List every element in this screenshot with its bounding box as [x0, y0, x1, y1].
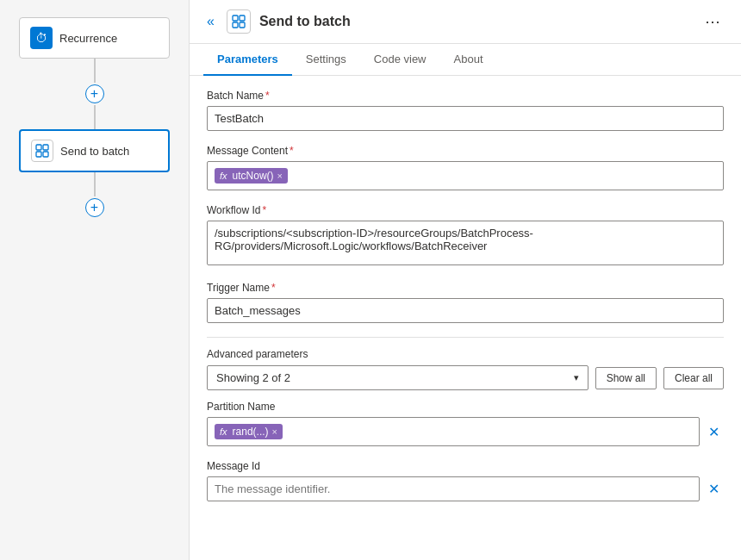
show-all-button[interactable]: Show all [595, 367, 657, 389]
tab-about[interactable]: About [440, 44, 497, 76]
advanced-parameters-dropdown[interactable]: Showing 2 of 2 ▾ [207, 365, 588, 390]
send-to-batch-node[interactable]: Send to batch [19, 129, 170, 172]
batch-name-input[interactable] [207, 106, 724, 131]
panel-header-icon [227, 9, 251, 34]
connector-2 [94, 105, 96, 129]
divider [207, 337, 724, 338]
batch-name-field-group: Batch Name* [207, 90, 724, 131]
collapse-button[interactable]: « [203, 10, 218, 33]
message-id-row: ✕ [207, 476, 724, 501]
partition-clear-button[interactable]: ✕ [703, 421, 724, 442]
workflow-canvas: ⏱ Recurrence + Send to batch + [0, 0, 190, 560]
rand-token-close[interactable]: × [272, 426, 277, 437]
message-id-input[interactable] [207, 476, 700, 501]
trigger-name-input[interactable] [207, 298, 724, 323]
message-content-field-group: Message Content* fx utcNow() × [207, 145, 724, 190]
tab-bar: Parameters Settings Code view About [190, 44, 741, 76]
message-content-input[interactable]: fx utcNow() × [207, 161, 724, 190]
svg-rect-2 [36, 152, 41, 157]
panel-content: Batch Name* Message Content* fx utcNow()… [190, 76, 741, 560]
recurrence-node[interactable]: ⏱ Recurrence [19, 17, 170, 59]
svg-rect-1 [43, 145, 48, 150]
message-id-label: Message Id [207, 460, 724, 472]
advanced-parameters-section: Advanced parameters Showing 2 of 2 ▾ Sho… [207, 348, 724, 390]
svg-rect-4 [233, 16, 238, 21]
token-close-button[interactable]: × [277, 171, 283, 181]
svg-rect-6 [233, 22, 238, 28]
recurrence-label: Recurrence [59, 32, 117, 45]
panel-header: « Send to batch ⋯ [190, 0, 741, 44]
dropdown-value: Showing 2 of 2 [216, 371, 290, 384]
advanced-parameters-label: Advanced parameters [207, 348, 724, 360]
partition-name-field-group: Partition Name fx rand(...) × ✕ [207, 401, 724, 446]
clear-all-button[interactable]: Clear all [663, 367, 724, 389]
batch-icon [31, 140, 53, 162]
panel-title: Send to batch [259, 14, 689, 29]
workflow-id-field-group: Workflow Id* [207, 204, 724, 268]
fx-icon-2: fx [220, 426, 227, 437]
workflow-id-input[interactable] [207, 221, 724, 265]
send-to-batch-label: Send to batch [60, 145, 129, 158]
more-options-button[interactable]: ⋯ [698, 9, 727, 34]
fx-icon: fx [220, 171, 227, 181]
detail-panel: « Send to batch ⋯ Parameters Settings Co… [190, 0, 741, 560]
rand-token-label: rand(...) [233, 426, 269, 438]
recurrence-icon: ⏱ [30, 27, 53, 49]
svg-rect-3 [43, 152, 48, 157]
svg-rect-5 [240, 16, 245, 21]
add-after-button[interactable]: + [85, 198, 104, 217]
message-id-clear-button[interactable]: ✕ [703, 479, 724, 500]
utcnow-token[interactable]: fx utcNow() × [215, 168, 288, 184]
message-content-label: Message Content* [207, 145, 724, 157]
partition-name-row: fx rand(...) × ✕ [207, 417, 724, 446]
partition-name-label: Partition Name [207, 401, 724, 413]
svg-rect-0 [36, 145, 41, 150]
advanced-dropdown-row: Showing 2 of 2 ▾ Show all Clear all [207, 365, 724, 390]
tab-code-view[interactable]: Code view [360, 44, 440, 76]
workflow-id-label: Workflow Id* [207, 204, 724, 216]
message-id-field-group: Message Id ✕ [207, 460, 724, 501]
tab-settings[interactable]: Settings [292, 44, 360, 76]
trigger-name-label: Trigger Name* [207, 282, 724, 294]
batch-name-label: Batch Name* [207, 90, 724, 102]
partition-name-input[interactable]: fx rand(...) × [207, 417, 700, 446]
token-label: utcNow() [233, 170, 274, 182]
rand-token[interactable]: fx rand(...) × [215, 424, 283, 439]
chevron-down-icon: ▾ [574, 372, 579, 383]
svg-rect-7 [240, 22, 245, 28]
connector-3 [94, 172, 96, 196]
tab-parameters[interactable]: Parameters [203, 44, 292, 76]
connector-1 [94, 59, 96, 83]
add-between-button[interactable]: + [85, 84, 104, 103]
trigger-name-field-group: Trigger Name* [207, 282, 724, 323]
